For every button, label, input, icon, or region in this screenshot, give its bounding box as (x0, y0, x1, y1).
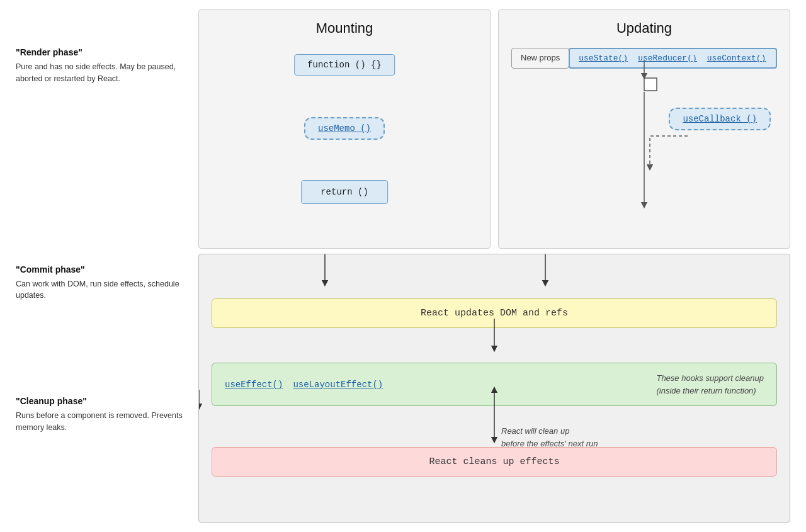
cleanup-note-line2: before the effects' next run (501, 438, 598, 450)
updating-title: Updating (511, 20, 777, 37)
effects-note-line1: These hooks support cleanup (656, 372, 764, 385)
render-phase-title: "Render phase" (16, 47, 198, 57)
usememo-box[interactable]: useMemo () (304, 117, 385, 140)
bottom-area: React updates DOM and refs useEffect() u… (198, 254, 790, 523)
new-props-box: New props (511, 48, 569, 69)
effects-note: These hooks support cleanup (inside thei… (656, 372, 764, 397)
cleanup-phase-desc: Runs before a component is removed. Prev… (16, 410, 198, 434)
effects-hooks: useEffect() useLayoutEffect() (225, 380, 383, 390)
commit-phase-title: "Commit phase" (16, 264, 198, 274)
usereducer-hook[interactable]: useReducer() (638, 54, 697, 63)
render-phase-desc: Pure and has no side effects. May be pau… (16, 61, 198, 85)
usecontext-hook[interactable]: useContext() (707, 54, 766, 63)
mounting-inner: function () {} useMemo () return () (212, 48, 477, 237)
dom-update-box: React updates DOM and refs (212, 298, 777, 328)
top-row: Mounting function () {} useMemo () retur… (198, 9, 790, 249)
commit-phase-label: "Commit phase" Can work with DOM, run si… (16, 264, 198, 302)
usestate-hook[interactable]: useState() (579, 54, 628, 63)
diagram-area: Mounting function () {} useMemo () retur… (198, 9, 790, 523)
function-box: function () {} (294, 54, 395, 76)
new-props-row: New props useState() useReducer() useCon… (511, 48, 777, 69)
hooks-row-box: useState() useReducer() useContext() (569, 48, 777, 69)
cleanup-note: React will clean up before the effects' … (501, 425, 598, 450)
updating-box: Updating New props useState() useReducer… (498, 9, 790, 249)
mounting-title: Mounting (212, 20, 477, 37)
mounting-box: Mounting function () {} useMemo () retur… (198, 9, 491, 249)
effects-note-line2: (inside their return function) (656, 385, 764, 397)
render-phase-label: "Render phase" Pure and has no side effe… (16, 47, 198, 85)
cleanup-note-line1: React will clean up (501, 425, 598, 438)
cleanup-phase-label: "Cleanup phase" Runs before a component … (16, 396, 198, 434)
commit-phase-desc: Can work with DOM, run side effects, sch… (16, 278, 198, 302)
sidebar: "Render phase" Pure and has no side effe… (9, 9, 198, 523)
cleanup-phase-title: "Cleanup phase" (16, 396, 198, 406)
return-box: return () (301, 180, 388, 204)
cleanup-box: React cleans up effects (212, 447, 777, 477)
svg-rect-11 (644, 78, 657, 91)
effects-box: useEffect() useLayoutEffect() These hook… (212, 363, 777, 406)
usecallback-box[interactable]: useCallback () (669, 108, 771, 130)
uselayouteffect-hook[interactable]: useLayoutEffect() (293, 380, 383, 390)
useeffect-hook[interactable]: useEffect() (225, 380, 283, 390)
